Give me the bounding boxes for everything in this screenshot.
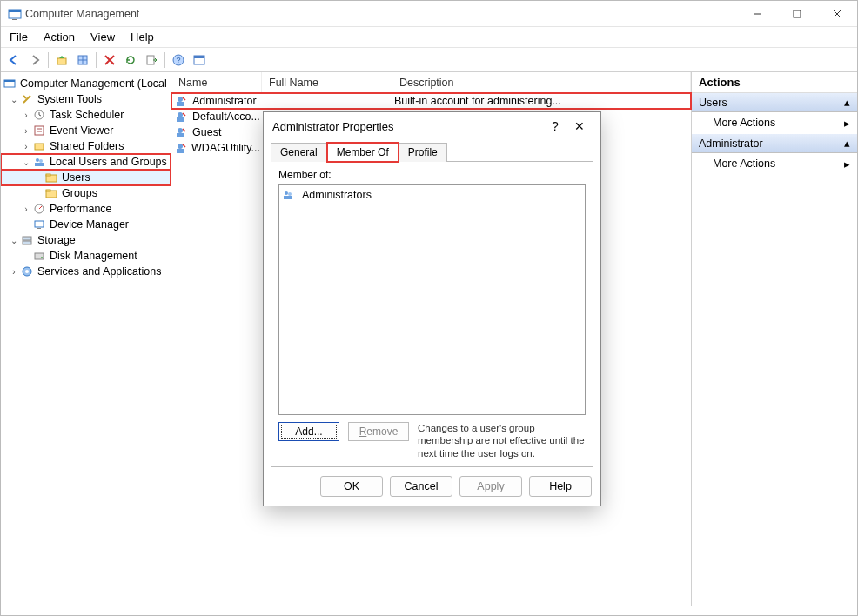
svg-rect-7	[57, 58, 66, 64]
user-desc: Built-in account for administering...	[392, 95, 691, 107]
actions-group-admin[interactable]: Administrator ▴	[692, 134, 857, 153]
tree-users[interactable]: Users	[1, 170, 171, 185]
tree-groups[interactable]: Groups	[1, 185, 171, 201]
tab-general[interactable]: General	[271, 143, 327, 162]
dialog-tabs: General Member Of Profile	[271, 142, 593, 161]
tree-performance[interactable]: › Performance	[1, 201, 171, 217]
help-icon[interactable]: ?	[169, 50, 188, 70]
svg-rect-46	[177, 133, 184, 137]
device-icon	[32, 218, 46, 231]
user-icon	[173, 141, 186, 155]
cancel-button[interactable]: Cancel	[390, 476, 452, 497]
svg-rect-37	[35, 253, 44, 259]
back-icon[interactable]	[4, 50, 23, 70]
tools-icon	[20, 92, 34, 106]
column-name[interactable]: Name	[171, 72, 262, 92]
menu-help[interactable]: Help	[131, 30, 154, 44]
column-description[interactable]: Description	[392, 72, 691, 92]
list-row[interactable]: AdministratorBuilt-in account for admini…	[171, 93, 691, 109]
user-icon	[173, 125, 187, 139]
event-icon	[32, 124, 46, 137]
folder-icon	[44, 171, 58, 184]
app-icon	[8, 7, 22, 21]
actions-pane: Actions Users ▴ More Actions ▸ Administr…	[692, 72, 857, 606]
forward-icon[interactable]	[25, 50, 44, 70]
svg-point-49	[285, 191, 288, 195]
dialog-close-icon[interactable]: ✕	[567, 119, 592, 133]
maximize-button[interactable]	[777, 1, 817, 27]
member-list[interactable]: Administrators	[278, 184, 586, 415]
chevron-right-icon[interactable]: ›	[20, 142, 32, 151]
svg-point-41	[178, 97, 183, 102]
close-button[interactable]	[817, 1, 857, 27]
menu-action[interactable]: Action	[44, 30, 75, 44]
chevron-right-icon[interactable]: ›	[20, 126, 32, 136]
svg-rect-36	[23, 241, 31, 244]
delete-icon[interactable]	[100, 50, 119, 70]
svg-text:?: ?	[176, 56, 180, 64]
menubar: File Action View Help	[1, 27, 857, 48]
svg-rect-33	[35, 221, 44, 227]
svg-rect-29	[46, 174, 50, 176]
chevron-right-icon[interactable]: ›	[20, 204, 32, 214]
share-icon	[32, 139, 46, 153]
svg-point-26	[39, 159, 43, 163]
member-of-label: Member of:	[278, 169, 586, 181]
tree-task-scheduler[interactable]: › Task Scheduler	[1, 107, 171, 123]
refresh-icon[interactable]	[121, 50, 140, 70]
computer-icon	[3, 77, 17, 90]
tab-profile[interactable]: Profile	[399, 143, 447, 162]
tab-member-of[interactable]: Member Of	[327, 143, 399, 162]
export-icon[interactable]	[142, 50, 161, 70]
collapse-icon: ▴	[844, 137, 850, 150]
menu-file[interactable]: File	[10, 30, 28, 44]
svg-point-25	[36, 158, 39, 162]
list-columns: Name Full Name Description	[171, 72, 691, 93]
svg-rect-4	[794, 10, 801, 17]
chevron-down-icon[interactable]: ⌄	[8, 236, 20, 245]
tree-disk-management[interactable]: Disk Management	[1, 248, 171, 264]
actions-more-1[interactable]: More Actions ▸	[692, 112, 857, 134]
tree-root[interactable]: Computer Management (Local	[1, 76, 171, 91]
tree-shared-folders[interactable]: › Shared Folders	[1, 138, 171, 154]
help-button[interactable]: Help	[529, 476, 592, 497]
properties-icon[interactable]	[73, 50, 92, 70]
tree-local-users-groups[interactable]: ⌄ Local Users and Groups	[1, 154, 171, 170]
user-name: Guest	[192, 126, 221, 138]
membership-note: Changes to a user's group membership are…	[418, 422, 586, 459]
collapse-icon: ▴	[844, 96, 850, 109]
chevron-right-icon[interactable]: ›	[8, 267, 20, 277]
tree-device-manager[interactable]: Device Manager	[1, 217, 171, 232]
add-button[interactable]: Add...	[278, 422, 339, 441]
disk-icon	[32, 249, 46, 263]
group-icon	[281, 188, 295, 202]
tree-services-apps[interactable]: › Services and Applications	[1, 264, 171, 279]
member-item[interactable]: Administrators	[281, 187, 583, 203]
tree-event-viewer[interactable]: › Event Viewer	[1, 123, 171, 138]
user-name: DefaultAcco...	[192, 110, 260, 123]
minimize-button[interactable]	[737, 1, 777, 27]
svg-rect-35	[23, 237, 31, 240]
tab-body: Member of: Administrators Add... Remove …	[271, 161, 593, 467]
svg-rect-21	[35, 126, 44, 135]
show-hide-icon[interactable]	[190, 50, 209, 70]
svg-point-38	[41, 257, 43, 258]
chevron-down-icon[interactable]: ⌄	[20, 157, 32, 167]
ok-button[interactable]: OK	[320, 476, 383, 497]
actions-group-users[interactable]: Users ▴	[692, 93, 857, 112]
dialog-help-icon[interactable]: ?	[543, 119, 567, 133]
chevron-down-icon[interactable]: ⌄	[8, 95, 20, 104]
tree-storage[interactable]: ⌄ Storage	[1, 232, 171, 248]
svg-rect-2	[12, 19, 17, 20]
properties-dialog: Administrator Properties ? ✕ General Mem…	[263, 111, 601, 506]
actions-more-2[interactable]: More Actions ▸	[692, 153, 857, 175]
column-fullname[interactable]: Full Name	[262, 72, 392, 92]
apply-button: Apply	[459, 476, 522, 497]
svg-rect-31	[46, 190, 50, 191]
user-name: Administrator	[192, 95, 257, 107]
up-icon[interactable]	[52, 50, 71, 70]
menu-view[interactable]: View	[90, 30, 115, 44]
remove-button: Remove	[348, 422, 409, 441]
tree-system-tools[interactable]: ⌄ System Tools	[1, 91, 171, 107]
chevron-right-icon[interactable]: ›	[20, 110, 32, 120]
